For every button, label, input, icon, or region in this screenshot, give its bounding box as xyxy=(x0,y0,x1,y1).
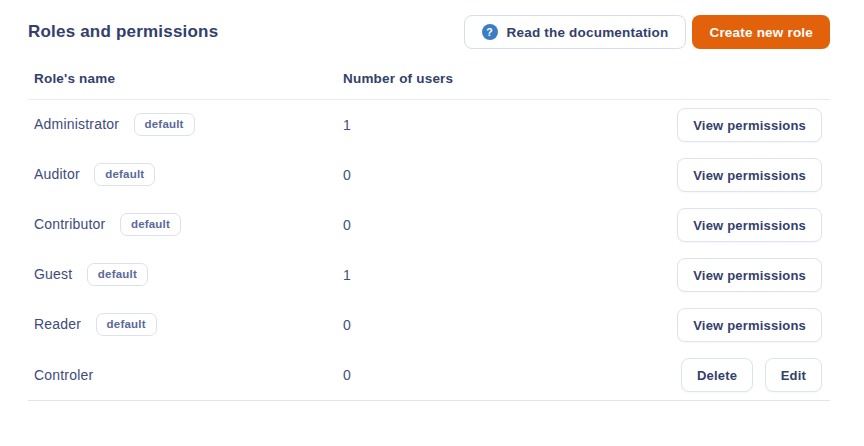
default-badge: default xyxy=(134,113,195,136)
table-header-row: Role's name Number of users xyxy=(28,61,830,100)
user-count: 0 xyxy=(337,300,567,350)
table-row-controler: Controler 0 Delete Edit xyxy=(28,350,830,401)
help-question-icon: ? xyxy=(482,24,498,40)
default-badge: default xyxy=(87,263,148,286)
role-name: Controler xyxy=(34,367,93,383)
user-count: 0 xyxy=(337,200,567,250)
column-header-role-name: Role's name xyxy=(28,61,337,100)
roles-permissions-page: Roles and permissions ? Read the documen… xyxy=(0,0,864,401)
role-name: Contributor xyxy=(34,216,105,232)
column-header-number-of-users: Number of users xyxy=(337,61,567,100)
read-documentation-button[interactable]: ? Read the documentation xyxy=(464,15,687,49)
user-count: 1 xyxy=(337,100,567,151)
column-header-actions xyxy=(567,61,830,100)
role-name: Administrator xyxy=(34,116,119,132)
create-new-role-button[interactable]: Create new role xyxy=(692,15,830,49)
default-badge: default xyxy=(94,163,155,186)
edit-button[interactable]: Edit xyxy=(765,358,822,392)
default-badge: default xyxy=(96,313,157,336)
delete-button[interactable]: Delete xyxy=(681,358,753,392)
roles-table: Role's name Number of users Administrato… xyxy=(28,61,830,401)
default-badge: default xyxy=(120,213,181,236)
user-count: 0 xyxy=(337,150,567,200)
role-name: Guest xyxy=(34,266,72,282)
table-row-administrator: Administrator default 1 View permissions xyxy=(28,100,830,151)
view-permissions-button[interactable]: View permissions xyxy=(677,108,822,142)
view-permissions-button[interactable]: View permissions xyxy=(677,208,822,242)
header-actions: ? Read the documentation Create new role xyxy=(464,15,830,49)
user-count: 0 xyxy=(337,350,567,401)
view-permissions-button[interactable]: View permissions xyxy=(677,158,822,192)
view-permissions-button[interactable]: View permissions xyxy=(677,308,822,342)
page-header: Roles and permissions ? Read the documen… xyxy=(28,15,830,49)
role-name: Reader xyxy=(34,316,81,332)
view-permissions-button[interactable]: View permissions xyxy=(677,258,822,292)
table-row-contributor: Contributor default 0 View permissions xyxy=(28,200,830,250)
read-documentation-label: Read the documentation xyxy=(507,25,669,40)
table-row-auditor: Auditor default 0 View permissions xyxy=(28,150,830,200)
role-name: Auditor xyxy=(34,166,80,182)
user-count: 1 xyxy=(337,250,567,300)
table-row-reader: Reader default 0 View permissions xyxy=(28,300,830,350)
table-row-guest: Guest default 1 View permissions xyxy=(28,250,830,300)
page-title: Roles and permissions xyxy=(28,22,218,42)
